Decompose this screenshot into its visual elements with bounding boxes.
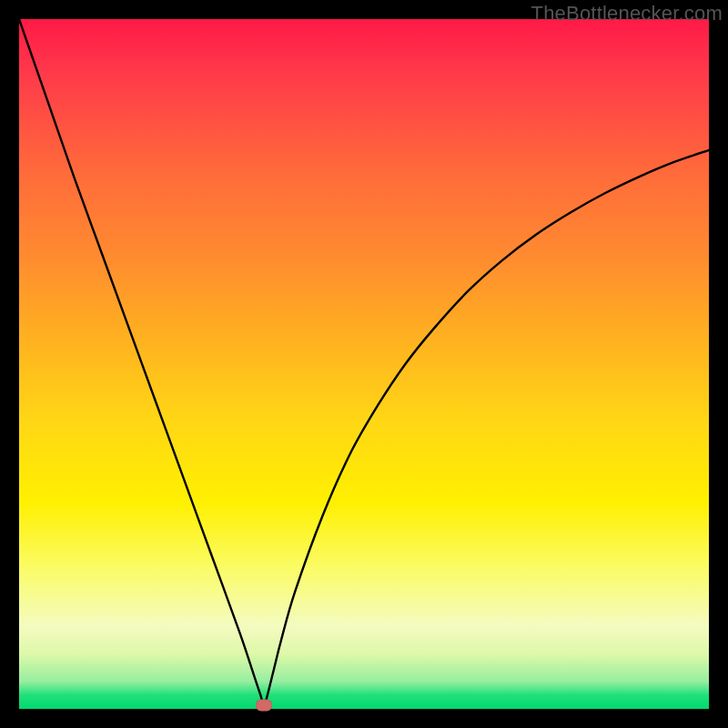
- attribution-label: TheBottlenecker.com: [531, 2, 723, 25]
- optimal-point-marker: [256, 700, 272, 712]
- chart-plot-area: [19, 19, 709, 709]
